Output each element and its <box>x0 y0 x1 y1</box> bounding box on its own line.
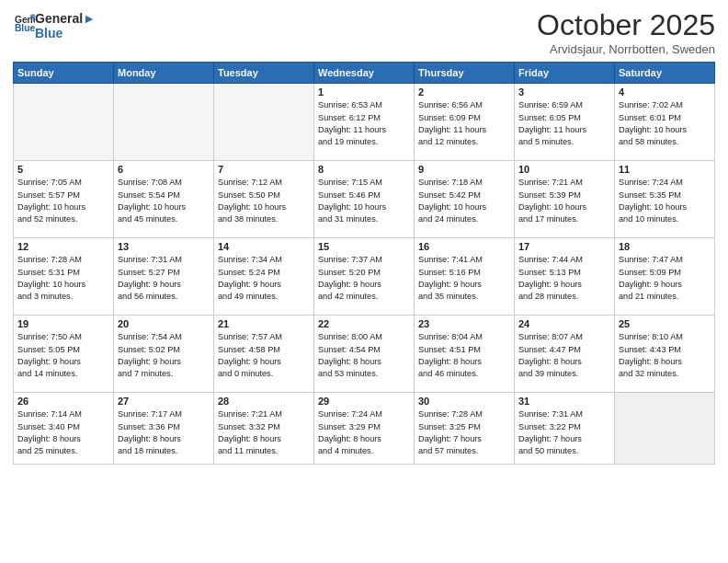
cell-daylight-info: Sunrise: 7:24 AMSunset: 5:35 PMDaylight:… <box>619 177 711 225</box>
day-number: 14 <box>218 241 310 252</box>
cell-daylight-info: Sunrise: 8:04 AMSunset: 4:51 PMDaylight:… <box>418 331 510 380</box>
day-number: 15 <box>318 241 410 252</box>
logo-text-general: General► <box>35 11 96 26</box>
cell-daylight-info: Sunrise: 8:00 AMSunset: 4:54 PMDaylight:… <box>318 331 410 380</box>
calendar-cell: 6Sunrise: 7:08 AMSunset: 5:54 PMDaylight… <box>114 161 214 238</box>
location-subtitle: Arvidsjaur, Norrbotten, Sweden <box>537 42 715 56</box>
calendar-cell: 25Sunrise: 8:10 AMSunset: 4:43 PMDayligh… <box>615 316 715 393</box>
cell-daylight-info: Sunrise: 7:37 AMSunset: 5:20 PMDaylight:… <box>318 254 410 303</box>
cell-daylight-info: Sunrise: 7:18 AMSunset: 5:42 PMDaylight:… <box>418 177 510 225</box>
cell-daylight-info: Sunrise: 6:53 AMSunset: 6:12 PMDaylight:… <box>318 99 410 148</box>
cell-daylight-info: Sunrise: 7:44 AMSunset: 5:13 PMDaylight:… <box>518 254 610 303</box>
day-number: 1 <box>318 86 410 98</box>
day-number: 10 <box>518 164 610 175</box>
calendar-cell: 4Sunrise: 7:02 AMSunset: 6:01 PMDaylight… <box>615 84 715 161</box>
cell-daylight-info: Sunrise: 7:31 AMSunset: 3:22 PMDaylight:… <box>518 408 610 457</box>
cell-daylight-info: Sunrise: 6:59 AMSunset: 6:05 PMDaylight:… <box>518 99 610 148</box>
calendar-cell: 23Sunrise: 8:04 AMSunset: 4:51 PMDayligh… <box>415 316 515 393</box>
col-header-sunday: Sunday <box>14 63 114 84</box>
calendar-cell <box>214 84 314 161</box>
day-number: 6 <box>118 164 210 175</box>
calendar-cell: 15Sunrise: 7:37 AMSunset: 5:20 PMDayligh… <box>314 238 415 316</box>
calendar-cell: 28Sunrise: 7:21 AMSunset: 3:32 PMDayligh… <box>214 393 314 465</box>
week-row-1: 1Sunrise: 6:53 AMSunset: 6:12 PMDaylight… <box>14 84 715 161</box>
cell-daylight-info: Sunrise: 7:08 AMSunset: 5:54 PMDaylight:… <box>118 177 210 225</box>
calendar-cell: 17Sunrise: 7:44 AMSunset: 5:13 PMDayligh… <box>515 238 615 316</box>
cell-daylight-info: Sunrise: 7:50 AMSunset: 5:05 PMDaylight:… <box>17 331 109 380</box>
svg-text:Blue: Blue <box>15 24 35 34</box>
calendar-cell: 3Sunrise: 6:59 AMSunset: 6:05 PMDaylight… <box>515 84 615 161</box>
cell-daylight-info: Sunrise: 7:47 AMSunset: 5:09 PMDaylight:… <box>619 254 711 303</box>
calendar-cell: 24Sunrise: 8:07 AMSunset: 4:47 PMDayligh… <box>515 316 615 393</box>
day-number: 3 <box>518 86 610 98</box>
calendar-cell: 11Sunrise: 7:24 AMSunset: 5:35 PMDayligh… <box>615 161 715 238</box>
day-number: 18 <box>619 241 711 252</box>
week-row-5: 26Sunrise: 7:14 AMSunset: 3:40 PMDayligh… <box>14 393 715 465</box>
cell-daylight-info: Sunrise: 7:21 AMSunset: 5:39 PMDaylight:… <box>518 177 610 225</box>
calendar-cell <box>14 84 114 161</box>
week-row-4: 19Sunrise: 7:50 AMSunset: 5:05 PMDayligh… <box>14 316 715 393</box>
cell-daylight-info: Sunrise: 7:17 AMSunset: 3:36 PMDaylight:… <box>118 408 210 457</box>
calendar-cell: 8Sunrise: 7:15 AMSunset: 5:46 PMDaylight… <box>314 161 415 238</box>
day-number: 30 <box>418 396 510 407</box>
day-number: 20 <box>118 318 210 329</box>
cell-daylight-info: Sunrise: 7:02 AMSunset: 6:01 PMDaylight:… <box>619 99 711 148</box>
cell-daylight-info: Sunrise: 7:28 AMSunset: 5:31 PMDaylight:… <box>17 254 109 303</box>
calendar-cell: 21Sunrise: 7:57 AMSunset: 4:58 PMDayligh… <box>214 316 314 393</box>
day-number: 29 <box>318 396 410 407</box>
cell-daylight-info: Sunrise: 8:07 AMSunset: 4:47 PMDaylight:… <box>518 331 610 380</box>
calendar-cell: 22Sunrise: 8:00 AMSunset: 4:54 PMDayligh… <box>314 316 415 393</box>
day-number: 26 <box>17 396 109 407</box>
col-header-saturday: Saturday <box>615 63 715 84</box>
cell-daylight-info: Sunrise: 7:41 AMSunset: 5:16 PMDaylight:… <box>418 254 510 303</box>
day-number: 2 <box>418 86 510 98</box>
cell-daylight-info: Sunrise: 7:12 AMSunset: 5:50 PMDaylight:… <box>218 177 310 225</box>
calendar-cell: 26Sunrise: 7:14 AMSunset: 3:40 PMDayligh… <box>14 393 114 465</box>
calendar-cell: 10Sunrise: 7:21 AMSunset: 5:39 PMDayligh… <box>515 161 615 238</box>
cell-daylight-info: Sunrise: 7:34 AMSunset: 5:24 PMDaylight:… <box>218 254 310 303</box>
day-number: 25 <box>619 318 711 329</box>
cell-daylight-info: Sunrise: 7:05 AMSunset: 5:57 PMDaylight:… <box>17 177 109 225</box>
logo-text-blue: Blue <box>35 26 96 40</box>
cell-daylight-info: Sunrise: 7:57 AMSunset: 4:58 PMDaylight:… <box>218 331 310 380</box>
col-header-wednesday: Wednesday <box>314 63 415 84</box>
calendar-cell: 31Sunrise: 7:31 AMSunset: 3:22 PMDayligh… <box>515 393 615 465</box>
cell-daylight-info: Sunrise: 7:31 AMSunset: 5:27 PMDaylight:… <box>118 254 210 303</box>
day-number: 24 <box>518 318 610 329</box>
day-number: 9 <box>418 164 510 175</box>
calendar-cell: 29Sunrise: 7:24 AMSunset: 3:29 PMDayligh… <box>314 393 415 465</box>
calendar-cell: 7Sunrise: 7:12 AMSunset: 5:50 PMDaylight… <box>214 161 314 238</box>
col-header-friday: Friday <box>515 63 615 84</box>
calendar-cell: 27Sunrise: 7:17 AMSunset: 3:36 PMDayligh… <box>114 393 214 465</box>
day-number: 17 <box>518 241 610 252</box>
logo: General Blue General► Blue <box>13 9 96 40</box>
calendar-cell: 2Sunrise: 6:56 AMSunset: 6:09 PMDaylight… <box>415 84 515 161</box>
calendar-cell: 1Sunrise: 6:53 AMSunset: 6:12 PMDaylight… <box>314 84 415 161</box>
day-number: 11 <box>619 164 711 175</box>
col-header-thursday: Thursday <box>415 63 515 84</box>
day-number: 28 <box>218 396 310 407</box>
col-header-tuesday: Tuesday <box>214 63 314 84</box>
calendar-cell: 20Sunrise: 7:54 AMSunset: 5:02 PMDayligh… <box>114 316 214 393</box>
cell-daylight-info: Sunrise: 7:21 AMSunset: 3:32 PMDaylight:… <box>218 408 310 457</box>
day-number: 12 <box>17 241 109 252</box>
week-row-3: 12Sunrise: 7:28 AMSunset: 5:31 PMDayligh… <box>14 238 715 316</box>
day-number: 16 <box>418 241 510 252</box>
day-number: 8 <box>318 164 410 175</box>
cell-daylight-info: Sunrise: 7:24 AMSunset: 3:29 PMDaylight:… <box>318 408 410 457</box>
calendar-cell: 16Sunrise: 7:41 AMSunset: 5:16 PMDayligh… <box>415 238 515 316</box>
calendar-header-row: SundayMondayTuesdayWednesdayThursdayFrid… <box>14 63 715 84</box>
cell-daylight-info: Sunrise: 8:10 AMSunset: 4:43 PMDaylight:… <box>619 331 711 380</box>
calendar-cell: 19Sunrise: 7:50 AMSunset: 5:05 PMDayligh… <box>14 316 114 393</box>
calendar-cell: 9Sunrise: 7:18 AMSunset: 5:42 PMDaylight… <box>415 161 515 238</box>
calendar-cell <box>114 84 214 161</box>
cell-daylight-info: Sunrise: 7:54 AMSunset: 5:02 PMDaylight:… <box>118 331 210 380</box>
day-number: 22 <box>318 318 410 329</box>
day-number: 7 <box>218 164 310 175</box>
calendar-cell <box>615 393 715 465</box>
cell-daylight-info: Sunrise: 7:14 AMSunset: 3:40 PMDaylight:… <box>17 408 109 457</box>
col-header-monday: Monday <box>114 63 214 84</box>
day-number: 19 <box>17 318 109 329</box>
day-number: 27 <box>118 396 210 407</box>
calendar-cell: 5Sunrise: 7:05 AMSunset: 5:57 PMDaylight… <box>14 161 114 238</box>
